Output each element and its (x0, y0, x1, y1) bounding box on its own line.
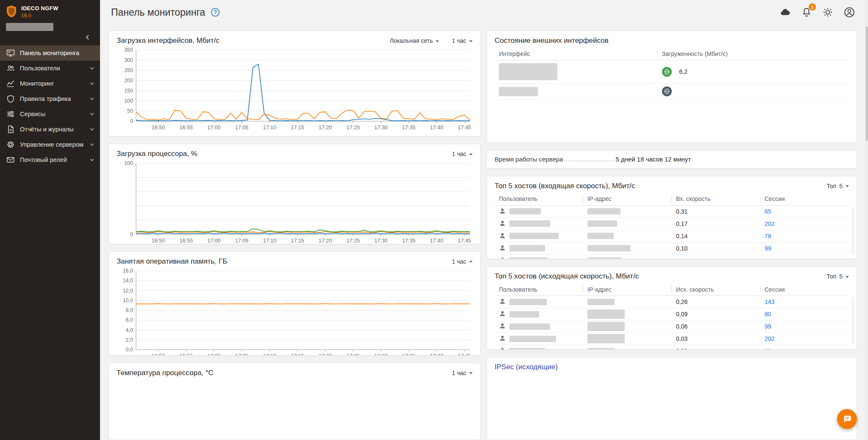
sessions-link[interactable]: 202 (765, 220, 774, 227)
globe-icon (662, 86, 672, 96)
svg-text:17:30: 17:30 (374, 125, 387, 131)
svg-text:17:30: 17:30 (374, 238, 387, 244)
top-count-select[interactable]: Топ5 (826, 183, 849, 189)
chevron-down-icon (469, 261, 473, 263)
table-row: 0,31 65 (495, 206, 849, 218)
sidebar-item-server-management[interactable]: Управление сервером (0, 137, 100, 152)
redacted-ip (587, 309, 625, 319)
chat-fab-button[interactable] (837, 409, 857, 429)
svg-text:4,0: 4,0 (126, 327, 133, 333)
chevron-down-icon (846, 276, 849, 278)
table-header: Пользователь IP-адрес Вх. скорость Сесси… (495, 193, 849, 206)
redacted-username (509, 299, 547, 305)
notifications-bell-icon[interactable]: 2 (801, 7, 812, 18)
sessions-link[interactable]: 78 (765, 233, 771, 239)
column-header: Пользователь (495, 286, 583, 293)
column-header: Интерфейс (495, 50, 658, 57)
sessions-link[interactable]: 99 (765, 323, 771, 330)
chevron-down-icon (89, 111, 95, 117)
sessions-link[interactable]: 65 (765, 208, 771, 215)
column-header: Загруженность (Мбит/с) (658, 50, 849, 57)
sessions-link[interactable]: 99 (765, 245, 771, 252)
svg-text:17:05: 17:05 (235, 353, 248, 356)
period-select[interactable]: 1 час (452, 370, 473, 376)
card-cpu-load: Загрузка процессора, % 1 час 010016:5016… (108, 144, 481, 244)
table-row: 0,10 99 (495, 242, 849, 255)
svg-text:17:10: 17:10 (263, 125, 276, 131)
sessions-link[interactable]: 202 (765, 335, 774, 342)
sidebar-item-users[interactable]: Пользователи (0, 61, 100, 76)
sidebar-collapse-button[interactable] (85, 34, 91, 40)
svg-text:10,0: 10,0 (123, 298, 133, 304)
card-title: Температура процессора, °C (117, 369, 214, 377)
svg-text:16:55: 16:55 (180, 353, 193, 356)
speed-value: 0,09 (672, 257, 760, 259)
svg-text:17:35: 17:35 (402, 238, 415, 244)
page-scrollbar-thumb[interactable] (865, 26, 868, 141)
account-icon[interactable] (843, 6, 855, 18)
top-count-select[interactable]: Топ5 (826, 273, 849, 280)
svg-text:17:45: 17:45 (458, 353, 471, 356)
table-row: 0,06 99 (495, 320, 849, 333)
svg-text:17:15: 17:15 (291, 125, 304, 131)
users-icon (6, 64, 15, 72)
page-title: Панель мониторинга (111, 7, 205, 18)
dashboard-icon (6, 49, 15, 57)
chevron-down-icon (469, 372, 473, 374)
svg-text:16:55: 16:55 (180, 238, 193, 244)
column-header: IP-адрес (583, 195, 672, 203)
table-header: Интерфейс Загруженность (Мбит/с) (495, 47, 849, 60)
period-select[interactable]: 1 час (452, 258, 473, 265)
cloud-icon[interactable] (780, 7, 791, 18)
user-icon (499, 298, 506, 306)
user-icon (499, 232, 506, 240)
column-header: Вх. скорость (672, 195, 760, 203)
card-ipsec-outgoing: IPSec (исходящие) (487, 357, 857, 440)
table-scrollbar (852, 297, 854, 345)
sidebar-item-monitoring[interactable]: Мониторинг (0, 76, 100, 91)
svg-text:17:25: 17:25 (347, 353, 360, 356)
svg-text:17:05: 17:05 (235, 125, 248, 131)
svg-text:16:50: 16:50 (152, 353, 165, 356)
legend-swatch (250, 136, 256, 137)
table-row: 0,09 80 (495, 255, 849, 259)
ideco-logo-icon (6, 5, 17, 19)
sessions-link[interactable]: 80 (765, 257, 771, 259)
card-memory: Занятая оперативная память, ГБ 1 час 0,0… (108, 251, 481, 356)
sessions-link[interactable]: 80 (765, 311, 771, 317)
svg-text:100: 100 (124, 161, 133, 166)
redacted-username (509, 208, 541, 214)
svg-text:8,0: 8,0 (126, 307, 133, 313)
svg-text:17:10: 17:10 (263, 353, 276, 356)
sessions-link[interactable]: 29 (765, 348, 771, 350)
sidebar-item-dashboard[interactable]: Панель мониторинга (0, 45, 100, 61)
redacted-username (509, 336, 556, 342)
help-icon[interactable]: ? (211, 8, 220, 17)
shield-icon (6, 95, 15, 103)
network-select[interactable]: Локальная сеть (390, 37, 440, 44)
period-select[interactable]: 1 час (452, 150, 473, 157)
app-root: IDECO NGFW 16.0 Панель мониторинга (0, 0, 868, 440)
svg-text:0,0: 0,0 (126, 347, 133, 353)
redacted-ip (587, 233, 614, 239)
sessions-link[interactable]: 143 (765, 298, 774, 305)
sidebar-item-label: Пользователи (20, 65, 85, 72)
user-icon (499, 322, 506, 331)
card-top-hosts-incoming: Топ 5 хостов (входящая скорость), Мбит/с… (487, 176, 857, 259)
chevron-down-icon (89, 157, 95, 162)
speed-value: 0,26 (672, 298, 760, 305)
svg-text:?: ? (214, 9, 217, 15)
theme-sun-icon[interactable] (822, 7, 833, 18)
chevron-down-icon (89, 127, 95, 132)
sidebar-item-services[interactable]: Сервисы (0, 106, 100, 122)
dotted-leader (564, 161, 614, 161)
svg-text:150: 150 (124, 88, 133, 94)
card-top-hosts-outgoing: Топ 5 хостов (исходящая скорость), Мбит/… (487, 266, 857, 350)
sidebar-item-reports[interactable]: Отчёты и журналы (0, 122, 100, 137)
main-header: Панель мониторинга ? (100, 0, 868, 25)
card-title: Загрузка процессора, % (117, 150, 198, 158)
table-scrollbar (852, 207, 854, 255)
sidebar-item-mail-relay[interactable]: Почтовый релей (0, 152, 100, 167)
period-select[interactable]: 1 час (452, 37, 473, 44)
sidebar-item-traffic-rules[interactable]: Правила трафика (0, 91, 100, 106)
